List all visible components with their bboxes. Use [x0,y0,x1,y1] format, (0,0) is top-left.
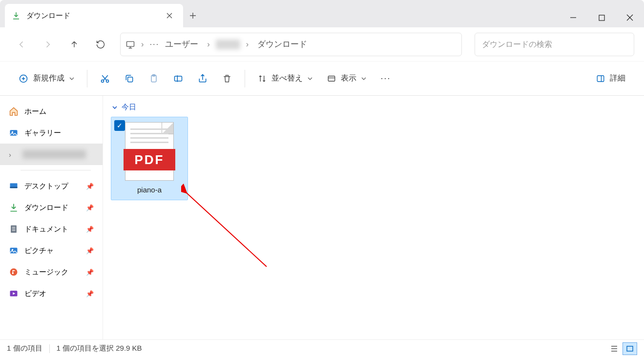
svg-point-22 [12,273,14,274]
main-area: ホーム ギャラリー › デスクトップ 📌 ダウンロード 📌 ドキュメント 📌 [0,96,644,339]
refresh-button[interactable] [89,33,112,56]
statusbar: 1 個の項目 1 個の項目を選択 29.9 KB [0,339,644,357]
minimize-button[interactable] [559,8,587,27]
sidebar-item-pictures[interactable]: ピクチャ 📌 [0,240,103,261]
sidebar-item-videos[interactable]: ビデオ 📌 [0,283,103,304]
cut-button[interactable] [93,68,117,89]
sidebar-desktop-label: デスクトップ [24,182,68,191]
svg-rect-18 [12,231,16,231]
svg-rect-10 [597,76,604,82]
icon-view-button[interactable] [623,342,637,355]
separator [87,70,87,87]
svg-line-24 [186,192,267,267]
titlebar: ダウンロード [0,0,644,27]
svg-rect-1 [127,42,134,46]
sidebar-item-desktop[interactable]: デスクトップ 📌 [0,175,103,197]
breadcrumb-users[interactable]: ユーザー [162,37,201,52]
sidebar-pictures-label: ピクチャ [24,246,54,255]
video-icon [9,289,19,298]
svg-rect-5 [128,77,133,82]
svg-rect-17 [12,229,16,229]
view-button[interactable]: 表示 [320,68,373,89]
home-icon [9,106,19,116]
annotation-arrow [181,184,279,272]
close-window-button[interactable] [616,8,644,27]
group-header-today[interactable]: 今日 [111,103,636,112]
separator [21,170,91,170]
sort-label: 並べ替え [271,73,303,84]
pc-icon [125,40,135,49]
new-tab-button[interactable] [183,4,203,27]
new-label: 新規作成 [33,73,64,84]
sidebar-home-label: ホーム [24,107,46,116]
search-input[interactable] [482,40,627,49]
status-item-count: 1 個の項目 [7,344,42,353]
navbar: › ··· ユーザー › › ダウンロード [0,27,644,62]
content-pane[interactable]: 今日 ✓ PDF piano-a [103,96,644,339]
svg-rect-0 [599,15,604,21]
sidebar-item-home[interactable]: ホーム [0,101,103,122]
more-button[interactable]: ··· [374,68,397,89]
pin-icon: 📌 [86,269,94,276]
sidebar-music-label: ミュージック [24,268,68,277]
chevron-right-icon[interactable]: › [207,40,210,49]
sidebar-item-gallery[interactable]: ギャラリー [0,122,103,144]
sidebar-item-downloads[interactable]: ダウンロード 📌 [0,197,103,218]
checkbox-checked-icon[interactable]: ✓ [114,120,125,131]
view-label: 表示 [341,73,356,84]
forward-button[interactable] [36,33,60,56]
pin-icon: 📌 [86,290,94,297]
separator [245,70,245,87]
rename-button[interactable] [166,68,190,89]
close-tab-button[interactable] [163,9,176,22]
sidebar-user-blurred [22,150,86,159]
pin-icon: 📌 [86,226,94,233]
sort-button[interactable]: 並べ替え [251,68,319,89]
ellipsis-icon[interactable]: ··· [150,40,160,49]
file-item-piano-a[interactable]: ✓ PDF piano-a [111,117,188,200]
sidebar-item-music[interactable]: ミュージック 📌 [0,261,103,283]
address-bar[interactable]: › ··· ユーザー › › ダウンロード [120,33,462,56]
maximize-button[interactable] [587,8,616,27]
svg-rect-16 [12,227,16,228]
sidebar-item-documents[interactable]: ドキュメント 📌 [0,218,103,240]
svg-rect-25 [627,346,633,351]
tab-downloads[interactable]: ダウンロード [5,4,183,27]
pin-icon: 📌 [86,247,94,254]
tab-title: ダウンロード [26,11,157,21]
chevron-down-icon [112,105,118,110]
back-button[interactable] [10,33,33,56]
sidebar-item-user[interactable]: › [0,144,103,165]
svg-rect-9 [328,76,335,81]
chevron-right-icon[interactable]: › [246,40,249,49]
download-icon [9,203,19,212]
copy-button[interactable] [118,68,141,89]
pin-icon: 📌 [86,204,94,211]
svg-point-21 [10,269,18,276]
paste-button[interactable] [142,68,166,89]
sidebar-downloads-label: ダウンロード [24,203,68,212]
toolbar: 新規作成 並べ替え 表示 ··· 詳細 [0,62,644,96]
up-button[interactable] [62,33,86,56]
document-icon [9,224,19,234]
new-button[interactable]: 新規作成 [12,68,81,89]
status-selected: 1 個の項目を選択 29.9 KB [57,344,142,353]
share-button[interactable] [191,68,214,89]
desktop-icon [9,181,19,191]
breadcrumb-user-blurred[interactable] [216,40,240,49]
details-button[interactable]: 詳細 [589,68,632,89]
list-view-button[interactable] [607,342,622,355]
chevron-right-icon: › [9,150,15,159]
pin-icon: 📌 [86,183,94,190]
chevron-right-icon[interactable]: › [141,40,144,49]
svg-rect-8 [175,76,182,81]
delete-button[interactable] [215,68,239,89]
search-box[interactable] [475,33,634,56]
gallery-icon [9,128,19,138]
view-toggle [607,342,637,355]
separator [49,344,50,353]
svg-rect-14 [10,187,18,189]
file-name: piano-a [115,186,184,194]
chevron-down-icon [361,76,366,81]
breadcrumb-downloads[interactable]: ダウンロード [254,37,310,52]
